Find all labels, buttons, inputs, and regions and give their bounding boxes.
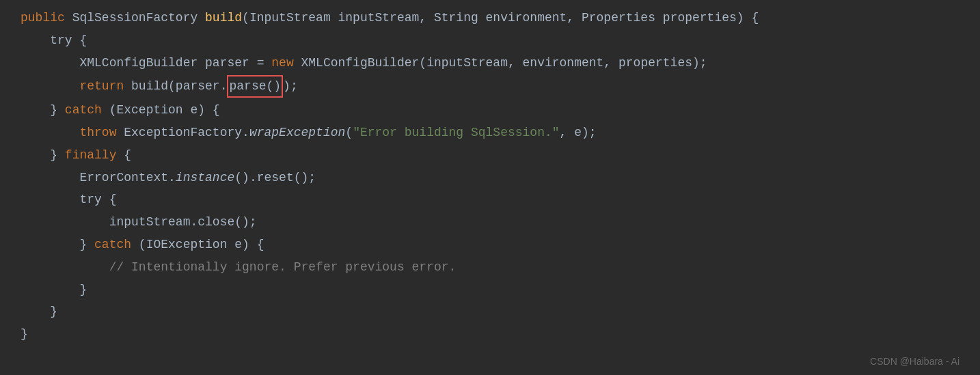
code-token: { [124,145,131,165]
code-token: throw [79,123,124,143]
code-line: try { [0,29,980,52]
code-token: catch [94,235,139,255]
code-token: wrapException [249,123,345,143]
code-token: } [50,100,65,120]
code-token: } [50,145,65,165]
code-token: try { [79,190,116,210]
code-token: new [271,53,301,73]
code-line: try { [0,189,980,211]
code-token: build [205,8,242,28]
code-line: // Intentionally ignore. Prefer previous… [0,256,980,279]
code-token: } [50,302,57,322]
code-container: public SqlSessionFactory build(InputStre… [0,0,980,375]
watermark: CSDN @Haibara - Ai [870,356,959,367]
code-token: finally [65,145,124,165]
code-line: XMLConfigBuilder parser = new XMLConfigB… [0,52,980,74]
highlighted-method: parse() [227,75,283,98]
code-line: ErrorContext.instance().reset(); [0,167,980,189]
code-line: public SqlSessionFactory build(InputStre… [0,7,980,29]
code-token: XMLConfigBuilder [301,53,420,73]
code-line: } [0,279,980,301]
code-line: } finally { [0,144,980,167]
code-token: (InputStream inputStream, String environ… [242,8,759,28]
code-token: build(parser. [131,77,227,96]
code-line: } [0,323,980,346]
code-token: } [79,280,87,300]
code-line: throw ExceptionFactory.wrapException("Er… [0,122,980,144]
code-token: ( [345,123,353,143]
code-line: } catch (IOException e) { [0,234,980,256]
code-token: } [21,324,28,344]
code-line: } catch (Exception e) { [0,99,980,122]
code-token: "Error building SqlSession." [353,123,559,143]
code-line: inputStream.close(); [0,211,980,234]
code-token: try { [50,31,87,51]
code-line: } [0,301,980,323]
code-token: ExceptionFactory. [124,123,249,143]
code-token: // Intentionally ignore. Prefer previous… [109,258,457,277]
code-token: (inputStream, environment, properties); [419,53,707,73]
code-token: catch [65,100,109,120]
code-token: ); [283,77,298,96]
code-token: XMLConfigBuilder parser = [79,53,271,73]
code-token: public [21,8,72,28]
code-token: ().reset(); [234,168,316,188]
code-token: inputStream.close(); [109,212,257,232]
code-token: , e); [560,123,597,143]
code-token: instance [176,168,234,188]
code-token: ErrorContext. [79,168,175,188]
code-token: } [79,235,94,255]
code-token: (IOException e) { [139,235,264,255]
code-token: SqlSessionFactory [72,8,205,28]
code-token: return [79,77,131,96]
code-token: (Exception e) { [109,100,220,120]
code-line: return build(parser.parse()); [0,74,980,99]
